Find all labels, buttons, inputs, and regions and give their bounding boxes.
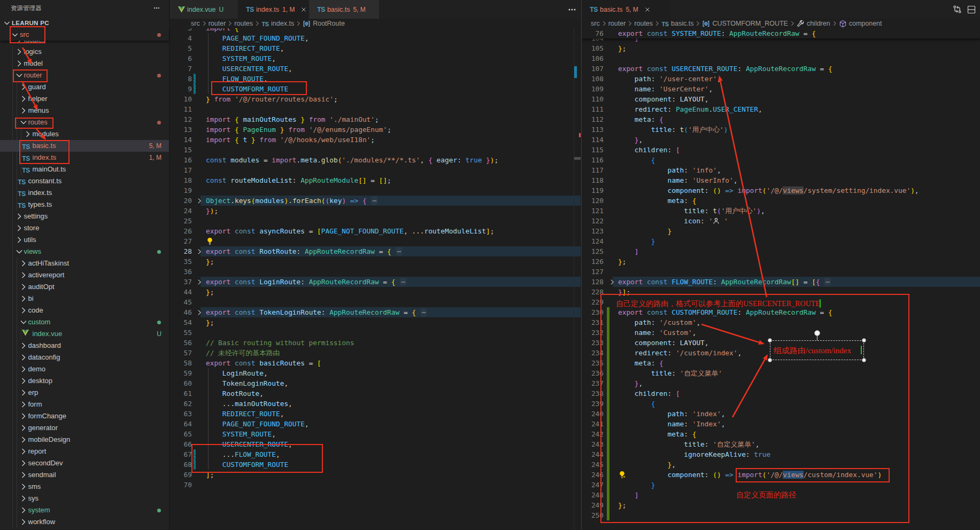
line-number: 120	[582, 196, 604, 206]
tree-item-seconddev[interactable]: secondDev	[0, 457, 169, 469]
tree-item-logics[interactable]: logics	[0, 46, 169, 58]
tree-item-sms[interactable]: sms	[0, 481, 169, 493]
code-text: };	[206, 256, 214, 267]
code-line-116: 116 {	[582, 155, 980, 165]
line-number: 57	[170, 348, 192, 358]
breadcrumb-item[interactable]: children	[797, 20, 830, 28]
textbox-handle[interactable]	[862, 338, 866, 342]
tree-item-desktop[interactable]: desktop	[0, 375, 169, 387]
tree-item-types-ts[interactable]: TStypes.ts	[0, 199, 169, 211]
fold-chevron-icon[interactable]	[196, 309, 203, 316]
tree-item-report[interactable]: report	[0, 446, 169, 457]
annotation-caret	[861, 346, 862, 354]
tree-item-constant-ts[interactable]: TSconstant.ts	[0, 175, 169, 187]
code-line-120: 120 meta: {	[582, 196, 980, 206]
tab-label: index.vue	[187, 6, 216, 13]
chevron-down-icon	[15, 247, 24, 256]
tree-item-modules[interactable]: modules	[0, 128, 169, 140]
tree-item-views[interactable]: views	[0, 246, 169, 258]
tree-item-index-vue[interactable]: index.vueU	[0, 328, 169, 340]
line-number: 110	[582, 94, 604, 104]
tree-item-erp[interactable]: erp	[0, 387, 169, 399]
chevron-right-icon	[19, 506, 28, 515]
tree-item-sendmail[interactable]: sendmail	[0, 469, 169, 481]
tree-item-menus[interactable]: menus	[0, 105, 169, 116]
tree-item-dataconfig[interactable]: dataconfig	[0, 352, 169, 363]
tree-item-label: activereport	[28, 269, 65, 281]
tab-index-ts[interactable]: TSindex.ts1, M	[238, 0, 309, 19]
split-editor-icon[interactable]	[967, 5, 976, 14]
code-line-117: 117 path: 'info',	[582, 165, 980, 175]
tree-item-index-ts[interactable]: TSindex.ts	[0, 187, 169, 199]
code-text: path: '/user-center',	[618, 74, 721, 84]
tree-item-model[interactable]: model	[0, 58, 169, 69]
tree-item-sys[interactable]: sys	[0, 493, 169, 504]
chevron-right-icon	[19, 259, 28, 268]
breadcrumb-item[interactable]: src	[191, 20, 200, 27]
code-text: export const LoginRoute: AppRouteRecordR…	[206, 277, 406, 287]
close-icon[interactable]	[300, 6, 307, 13]
tree-item-workflow[interactable]: workflow	[0, 516, 169, 528]
tree-item-auditopt[interactable]: auditOpt	[0, 281, 169, 293]
tree-item-custom[interactable]: custom	[0, 316, 169, 328]
tab-basic-ts[interactable]: TSbasic.ts5, M	[309, 0, 379, 19]
tree-item-formchange[interactable]: formChange	[0, 410, 169, 422]
breadcrumb-item[interactable]: src	[591, 20, 600, 27]
tree-item-label: model	[24, 58, 43, 69]
typescript-file-icon: TS	[22, 165, 30, 174]
close-icon[interactable]	[644, 6, 651, 13]
breadcrumb-item[interactable]: TSbasic.ts	[661, 20, 693, 27]
annotation-textbox[interactable]	[770, 340, 864, 360]
fold-chevron-icon[interactable]	[196, 197, 203, 205]
fold-chevron-icon[interactable]	[196, 248, 203, 255]
breadcrumb-item[interactable]: router	[209, 20, 226, 27]
tree-item-acthitaskinst[interactable]: actHiTaskinst	[0, 258, 169, 269]
line-number: 109	[582, 84, 604, 94]
tree-item-code[interactable]: code	[0, 305, 169, 316]
annotation-box-flow-customform	[191, 444, 323, 473]
annotation-text: 自己定义的路由，格式可以参考上面的USERCENTER_ROUTE	[616, 300, 820, 308]
tree-item-helper[interactable]: helper	[0, 93, 169, 105]
tree-item-activereport[interactable]: activereport	[0, 269, 169, 281]
code-text: import { t } from '/@/hooks/web/useI18n'…	[206, 135, 375, 145]
textbox-handle[interactable]	[862, 358, 866, 362]
tree-item-form[interactable]: form	[0, 399, 169, 410]
breadcrumb-item[interactable]: RootRoute	[303, 20, 345, 28]
breadcrumb-item[interactable]: CUSTOMFORM_ROUTE	[702, 20, 788, 28]
line-number: 127	[582, 267, 604, 277]
annotation-box-basic-index	[19, 140, 70, 164]
tree-item-label: mainOut.ts	[33, 163, 66, 175]
breadcrumb-item[interactable]: TSindex.ts	[261, 20, 294, 27]
tab-git-badge: 5, M	[353, 6, 365, 13]
tree-item-store[interactable]: store	[0, 222, 169, 234]
tree-item-label: code	[28, 305, 43, 316]
tree-item-dashboard[interactable]: dashboard	[0, 340, 169, 352]
textbox-handle[interactable]	[768, 358, 772, 362]
tree-item-guard[interactable]: guard	[0, 81, 169, 93]
tree-item-mobiledesign[interactable]: mobileDesign	[0, 434, 169, 446]
tree-item-utils[interactable]: utils	[0, 234, 169, 246]
tree-item-generator[interactable]: generator	[0, 422, 169, 434]
textbox-handle[interactable]	[768, 338, 772, 342]
sticky-scroll-line[interactable]: 76export const SYSTEM_ROUTE: AppRouteRec…	[582, 28, 980, 38]
tree-item-mainout-ts[interactable]: TSmainOut.ts	[0, 163, 169, 175]
open-changes-icon[interactable]	[953, 5, 962, 14]
textbox-rotate-handle[interactable]	[814, 330, 820, 336]
tree-item-bi[interactable]: bi	[0, 293, 169, 305]
breadcrumb-item[interactable]: routes	[634, 20, 653, 27]
line-number: 76	[582, 28, 604, 38]
breadcrumb-item[interactable]: component	[839, 20, 882, 28]
lightbulb-icon[interactable]	[206, 237, 214, 245]
fold-chevron-icon[interactable]	[196, 278, 203, 286]
fold-chevron-icon[interactable]	[608, 278, 616, 286]
breadcrumb-item[interactable]: routes	[234, 20, 253, 27]
tab-basic-ts[interactable]: TSbasic.ts5, M	[582, 0, 670, 19]
code-text: name: 'UserCenter',	[618, 84, 713, 94]
overview-ruler-mark	[574, 157, 581, 160]
tree-item-system[interactable]: system	[0, 504, 169, 516]
tab-index-vue[interactable]: index.vueU	[170, 0, 238, 19]
tree-item-demo[interactable]: demo	[0, 363, 169, 375]
breadcrumb-item[interactable]: router	[608, 20, 626, 27]
tree-item-settings[interactable]: settings	[0, 211, 169, 222]
more-actions-icon[interactable]	[568, 5, 576, 14]
